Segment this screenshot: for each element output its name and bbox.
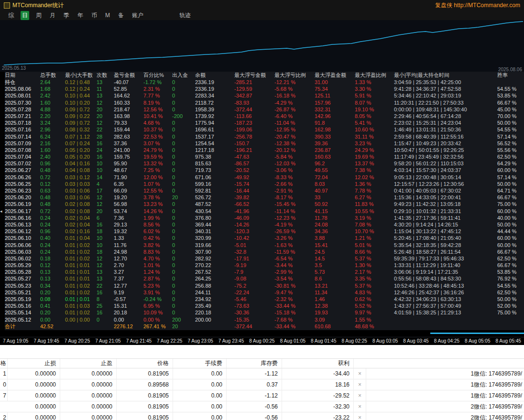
stats-row[interactable]: 2025.06.170.720.02 | 0.082053.7414.26 %0… (5, 208, 524, 215)
orders-header-6[interactable]: 获利 (282, 359, 354, 368)
stats-row[interactable]: 2025.06.120.960.02 | 0.161819.326.02 %03… (5, 228, 524, 235)
stats-row[interactable]: 2025.06.060.240.01 | 0.021011.763.82 %03… (5, 242, 524, 248)
stats-header-11: 最大浮盈比例 (355, 72, 394, 79)
stats-row[interactable]: 2025.08.061.680.12 | 0.241152.852.31 %02… (5, 86, 524, 92)
menu-item-0[interactable]: 综 (7, 11, 15, 20)
stats-row[interactable]: 2025.07.162.960.08 | 0.3222159.4410.37 %… (5, 126, 524, 133)
stats-row[interactable]: 2025.07.020.960.04 | 0.161095.9013.32 %0… (5, 160, 524, 167)
stats-cell-minmax: 0.12 | 0.48 (65, 79, 97, 86)
stats-row[interactable]: 2025.06.260.720.03 | 0.121471.9012.00 %0… (5, 174, 524, 181)
stats-cell-mfl: -199.06 (234, 126, 274, 133)
stats-cell-cash: 0 (172, 181, 195, 187)
brand-link[interactable]: 复盘侠 http://MTCommander.com (435, 1, 520, 10)
order-row[interactable]: 70.000000.000000.819050.00-1.12-29.52×1微… (0, 390, 524, 401)
order-comment: 1微信: 1746395789/ (366, 379, 524, 390)
stats-cell-mfp: 125.11 (315, 92, 355, 99)
stats-cell-count: 10 (97, 160, 114, 167)
stats-row[interactable]: 持仓2.640.12 | 0.4813-40.07-1.72 %02336.19… (5, 79, 524, 86)
stats-row[interactable]: 2025.07.301.600.10 | 0.2012160.338.19 %0… (5, 99, 524, 106)
stats-row[interactable]: 2025.06.020.180.01 | 0.021212.704.70 %02… (5, 255, 524, 262)
order-comment: 1微信: 1746395789/ (366, 390, 524, 401)
close-order-button[interactable]: × (354, 379, 366, 390)
stats-cell-time: 9:58:20 | 56:01:22 | 110:15:03 (394, 160, 497, 167)
stats-cell-mfl: -285.21 (234, 79, 274, 86)
stats-row[interactable]: 2025.07.284.880.09 | 0.7220218.4712.56 %… (5, 106, 524, 113)
stop-loss: 0.00000 (8, 368, 60, 379)
stats-row[interactable]: 2025.05.230.340.01 | 0.022212.775.23 %02… (5, 282, 524, 289)
stats-cell-pl: 282.63 (114, 133, 143, 140)
stats-cell-pct: 24.79 % (143, 147, 172, 153)
stats-cell-time: 0:41:00 | 40:05:03 | 67:30:02 (394, 187, 497, 194)
orders-header-3[interactable]: 价格 (117, 359, 173, 368)
menu-item-9[interactable]: 账户 (131, 11, 145, 20)
menu-item-track[interactable]: 轨迹 (178, 11, 192, 20)
stats-row[interactable]: 2025.05.140.200.01 | 0.021620.1810.09 %0… (5, 309, 524, 316)
stats-row[interactable]: 2025.05.290.120.01 | 0.01122.701.01 %027… (5, 262, 524, 269)
stats-cell-mfpp: 5.01 % (355, 242, 394, 248)
stats-row[interactable]: 2025.06.250.120.03 | 0.0346.351.07 %0599… (5, 181, 524, 187)
stats-cell-count: 18 (97, 248, 114, 255)
order-row[interactable]: 20.000000.000000.819050.00-0.56-23.22×2微… (0, 412, 524, 420)
stats-row[interactable]: 2025.05.120.000.00 | 0.0000.000.00 %2002… (5, 316, 524, 323)
stats-row[interactable]: 2025.06.230.630.03 | 0.061766.0912.55 %0… (5, 187, 524, 194)
stats-row[interactable]: 2025.07.212.200.09 | 0.2220163.9810.41 %… (5, 113, 524, 119)
stats-cell-bal: 1696.61 (195, 126, 234, 133)
stats-cell-pct: 1.99 % (143, 215, 172, 221)
menu-item-2[interactable]: 周 (34, 11, 43, 20)
stats-row[interactable]: 2025.07.092.160.07 | 0.241637.363.07 %01… (5, 140, 524, 147)
stats-cell-win: 66.67 % (497, 248, 524, 255)
stats-cell-lots: 0.08 (40, 296, 65, 302)
orders-header-2[interactable]: 止盈 (60, 359, 117, 368)
stats-cell-minmax: 0.08 | 0.32 (65, 126, 97, 133)
stats-row[interactable]: 2025.05.270.130.01 | 0.01137.372.87 %026… (5, 275, 524, 282)
order-row[interactable]: 0.000000.000000.819050.00-0.56-32.30×2微信… (0, 401, 524, 412)
stats-cell-cash: 0 (172, 126, 195, 133)
stats-row[interactable]: 2025.05.160.410.01 | 0.032515.316.95 %02… (5, 302, 524, 309)
order-row[interactable]: 00.000000.000000.895680.000.3718.16×1微信:… (0, 379, 524, 390)
menu-item-3[interactable]: 月 (48, 11, 57, 20)
stats-cell-mfl: -32.8 (234, 248, 274, 255)
stats-row[interactable]: 2025.05.210.200.01 | 0.02169.193.91 %024… (5, 289, 524, 296)
stats-row[interactable]: 2025.08.012.420.10 | 0.4413164.627.77 %0… (5, 92, 524, 99)
close-order-button[interactable]: × (354, 412, 366, 420)
stats-cell-win: 64.71 % (497, 187, 524, 194)
stats-row[interactable]: 2025.06.270.480.04 | 0.081048.677.25 %07… (5, 167, 524, 173)
stats-cell-win: 55.56 % (497, 147, 524, 153)
menu-item-8[interactable]: 备 (117, 11, 125, 20)
stats-row[interactable]: 2025.07.146.240.07 | 1.1228282.6322.53 %… (5, 133, 524, 140)
stats-row[interactable]: 2025.07.081.600.05 | 0.2024241.0024.79 %… (5, 147, 524, 153)
stats-cell-minmax: 0.04 | 0.08 (65, 167, 97, 173)
menu-item-4[interactable]: 季 (62, 11, 71, 20)
menu-item-6[interactable]: 币 (90, 11, 98, 20)
stats-row[interactable]: 2025.06.190.480.02 | 0.081256.9813.23 %0… (5, 201, 524, 207)
order-row[interactable]: 10.000000.000000.819050.00-1.12-34.40×1微… (0, 368, 524, 379)
close-order-button[interactable]: × (354, 401, 366, 412)
close-order-button[interactable]: × (354, 368, 366, 379)
scroll-thumb[interactable] (430, 333, 524, 334)
stats-cell-minmax: 0.01 | 0.02 (65, 289, 97, 296)
stats-cell-count: 12 (97, 255, 114, 262)
orders-blank-space (0, 345, 524, 358)
menu-item-7[interactable]: M (104, 11, 111, 19)
commission: 0.00 (173, 412, 227, 420)
stats-cell-mfp: 96.2 (315, 160, 355, 167)
stats-cell-count: 12 (97, 119, 114, 126)
orders-header-5[interactable]: 库存费 (227, 359, 282, 368)
stats-row[interactable]: 2025.06.160.240.02 | 0.0467.361.99 %0376… (5, 215, 524, 221)
stats-cell-mfpp: 12.02 % (355, 174, 394, 181)
stats-row[interactable]: 2025.07.042.400.05 | 0.2016159.7519.59 %… (5, 153, 524, 160)
stats-row[interactable]: 2025.06.200.480.03 | 0.061219.203.78 %20… (5, 194, 524, 201)
stats-row[interactable]: 2025.06.100.400.01 | 0.04101.330.42 %032… (5, 235, 524, 241)
stats-row[interactable]: 2025.06.130.240.02 | 0.041629.138.56 %03… (5, 221, 524, 228)
menu-item-5[interactable]: 年 (76, 11, 85, 20)
stats-row[interactable]: 2025.05.280.130.01 | 0.01133.271.24 %026… (5, 269, 524, 275)
orders-header-4[interactable]: 手续费 (173, 359, 227, 368)
stats-row[interactable]: 2025.07.183.240.09 | 0.721279.334.68 %01… (5, 119, 524, 126)
stats-cell-bal: 220.18 (195, 309, 234, 316)
stats-cell-mfp: 8.6 (315, 275, 355, 282)
stats-row[interactable]: 2025.05.190.080.01 | 0.018-0.57-0.24 %02… (5, 296, 524, 302)
close-order-button[interactable]: × (354, 390, 366, 401)
stats-row[interactable]: 2025.06.030.240.01 | 0.021824.988.83 %03… (5, 248, 524, 255)
orders-header-1[interactable]: 止损 (8, 359, 60, 368)
menu-item-1[interactable]: 日 (21, 11, 29, 20)
